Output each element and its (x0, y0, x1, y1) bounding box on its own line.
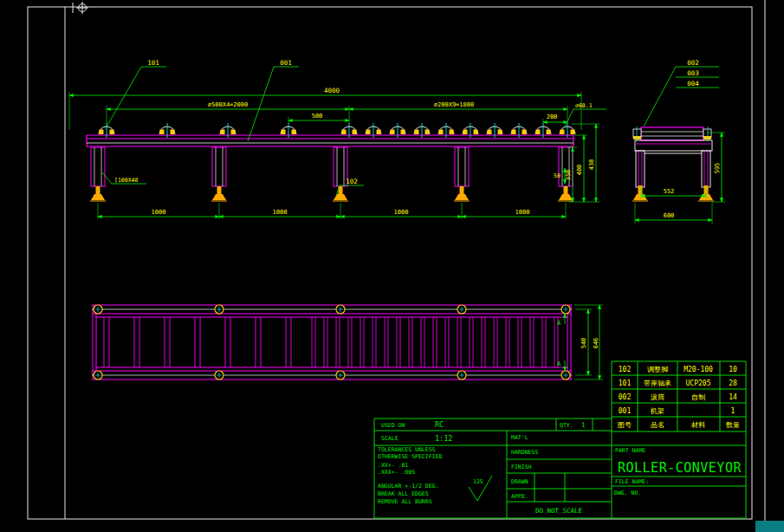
surface-finish-value: 125 (473, 478, 483, 485)
dim-inner-width: 552 (664, 188, 675, 195)
adjustable-foot (460, 186, 464, 195)
part-name-value: ROLLER-CONVEYOR (618, 460, 742, 476)
adjustable-foot (217, 186, 222, 195)
used-on-value: RC (435, 420, 444, 429)
dim-frame-height: 400 (576, 165, 583, 176)
angular-tolerance: ANGULAR +-1/2 DEG. (378, 483, 438, 490)
dim-pitch-left: ∅500X4=2000 (208, 101, 248, 108)
tolerance-note-line1: TOLERANCES UNLESS (378, 446, 436, 453)
balloon-end-2: 003 (687, 69, 699, 77)
dim-plan-overall: 646 (593, 338, 599, 349)
file-name-label: FILE NAME: (615, 478, 649, 485)
dim-roller-dia: ∅60.1 (575, 102, 593, 109)
balloon-foot: 102 (346, 178, 358, 185)
dim-overall-length: 4000 (324, 87, 340, 94)
part-row-no: 101 (619, 380, 632, 387)
used-on-label: USED ON (381, 422, 405, 429)
part-row-no: 001 (619, 407, 632, 415)
plan-view: A A 540 646 (92, 305, 603, 380)
scale-label: SCALE (381, 435, 398, 442)
dwg-no-label: DWG. NO. (614, 490, 641, 496)
adjustable-foot (96, 186, 100, 195)
leg (211, 147, 227, 201)
label-channel-steel: [100X48 (114, 177, 138, 184)
table-header-name: 品名 (651, 421, 664, 429)
dim-foot-adjust: 50 (554, 172, 560, 179)
scale-value: 1:12 (435, 434, 452, 443)
part-row-no: 002 (619, 393, 632, 401)
part-row-name: 调整脚 (647, 366, 668, 373)
do-not-scale-note: DO NOT SCALE (535, 507, 583, 515)
dim-pitch-500: 500 (312, 113, 323, 120)
taskbar-corner (755, 521, 784, 532)
table-header-material: 材料 (690, 421, 705, 429)
leg (454, 147, 470, 201)
qty-value: 1 (581, 421, 586, 429)
front-view (87, 123, 575, 201)
part-row-qty: 14 (729, 393, 737, 401)
dim-leg-height: 350 (565, 170, 572, 181)
dim-bay-2: 1000 (273, 209, 288, 216)
hardness-label: HARDNESS (511, 449, 538, 456)
part-name-label: PART NAME (615, 447, 645, 454)
dim-bay-4: 1000 (515, 209, 530, 216)
matl-label: MAT'L (511, 434, 528, 441)
section-label-top: A (557, 320, 561, 327)
leg (333, 147, 348, 201)
balloon-end-3: 004 (687, 80, 699, 88)
tolerance-xxx: .XXX+- .005 (378, 469, 415, 476)
dim-rail-span: 540 (580, 338, 587, 349)
part-row-material: M20-100 (684, 366, 713, 373)
table-header-qty: 数量 (726, 421, 740, 429)
parts-table: 102 调整脚 M20-100 10 101 带座轴承 UCP205 28 00… (612, 361, 746, 431)
part-row-name: 机架 (650, 407, 664, 415)
appd-label: APPD. (511, 493, 528, 500)
tolerance-xx: .XX+- .01 (378, 462, 408, 469)
finish-label: FINISH (511, 464, 532, 470)
plan-joints (94, 305, 570, 380)
part-row-name: 带座轴承 (644, 380, 671, 387)
part-row-qty: 28 (729, 380, 737, 387)
dim-pitch-right: ∅200X9=1800 (434, 101, 474, 108)
drawn-label: DRAWN (511, 478, 528, 485)
dim-end-overall-width: 600 (664, 212, 675, 219)
balloon-end-1: 002 (687, 59, 699, 67)
part-row-qty: 1 (731, 407, 735, 415)
tolerance-note-line2: OTHERWISE SPECIFIED (378, 453, 442, 460)
plan-rollers (104, 317, 558, 367)
balloon-frame: 001 (280, 59, 292, 67)
end-view: 552 600 595 002 003 004 (632, 59, 725, 224)
part-row-material: 自制 (691, 393, 705, 401)
balloon-roller: 101 (147, 59, 159, 67)
dim-bay-3: 1000 (394, 209, 409, 216)
dim-pitch-200: 200 (547, 114, 558, 120)
remove-burrs-note: REMOVE ALL BURRS (378, 498, 432, 505)
dim-end-height: 595 (714, 163, 721, 174)
table-header-no: 图号 (618, 421, 632, 429)
part-row-no: 102 (619, 366, 632, 373)
part-row-material: UCP205 (686, 380, 711, 387)
section-label-bottom: A (557, 360, 561, 367)
drawing-svg: 4000 ∅500X4=2000 ∅200X9=1800 500 200 100… (0, 0, 784, 532)
adjustable-foot (564, 186, 568, 195)
part-row-qty: 10 (729, 366, 737, 373)
front-legs (90, 147, 573, 201)
cad-drawing-sheet: 4000 ∅500X4=2000 ∅200X9=1800 500 200 100… (0, 0, 784, 532)
dim-overall-height: 438 (588, 159, 595, 171)
part-row-name: 滚筒 (651, 393, 664, 401)
dim-bay-1: 1000 (152, 209, 166, 216)
qty-label: QTY. (560, 422, 573, 429)
break-edges-note: BREAK ALL EDGES (378, 490, 429, 497)
